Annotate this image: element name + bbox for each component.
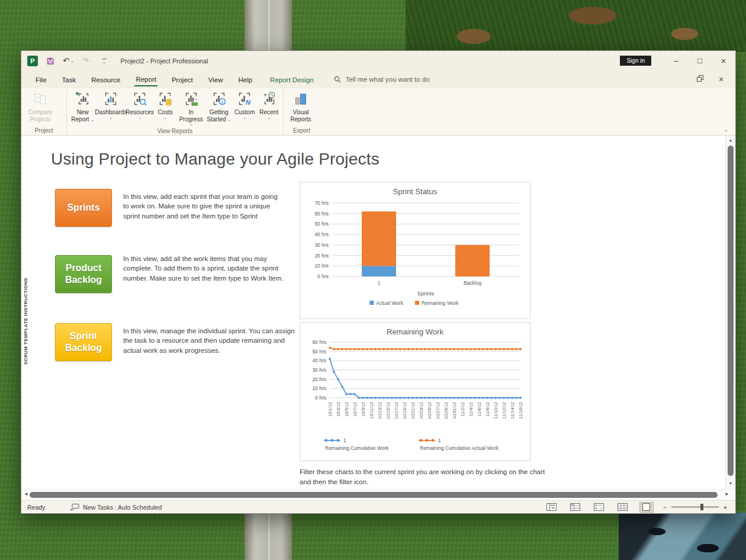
svg-text:70 hrs: 70 hrs xyxy=(314,200,329,206)
sprints-box: Sprints xyxy=(55,189,112,227)
sprint-status-plot: 0 hrs10 hrs20 hrs30 hrs40 hrs50 hrs60 hr… xyxy=(303,198,528,316)
window-title: Project2 - Project Professional xyxy=(121,57,208,65)
group-label-view-reports: View Reports xyxy=(69,126,281,136)
svg-text:1: 1 xyxy=(438,437,441,443)
getting-started-button[interactable]: i Getting Started ⌄ xyxy=(205,90,232,124)
restore-document-button[interactable] xyxy=(692,75,708,83)
sign-in-button[interactable]: Sign in xyxy=(620,56,651,66)
svg-text:N: N xyxy=(246,99,251,106)
tell-me-search[interactable]: Tell me what you want to do xyxy=(334,76,430,83)
resources-button[interactable]: Resources ⌄ xyxy=(126,90,154,124)
dashboards-button[interactable]: Dashboards ⌄ xyxy=(96,90,126,124)
task-usage-view-button[interactable] xyxy=(568,502,583,513)
tab-report[interactable]: Report xyxy=(134,72,157,86)
sprints-description: In this view, add each sprint that your … xyxy=(123,192,284,221)
svg-text:10/7/12: 10/7/12 xyxy=(352,402,358,417)
tab-project[interactable]: Project xyxy=(171,73,194,86)
svg-text:11/2/12: 11/2/12 xyxy=(460,402,465,416)
svg-text:20 hrs: 20 hrs xyxy=(314,253,329,259)
chart-title: Sprint Status xyxy=(300,182,530,196)
svg-text:10/29/12: 10/29/12 xyxy=(443,402,449,419)
undo-button[interactable]: ↶ ⌄ xyxy=(63,56,74,65)
sprint-backlog-box: Sprint Backlog xyxy=(55,323,112,361)
recent-icon xyxy=(261,91,276,108)
product-backlog-box: Product Backlog xyxy=(55,255,112,293)
product-backlog-description: In this view, add all the work items tha… xyxy=(123,254,290,283)
new-report-icon xyxy=(75,91,91,108)
minimize-button[interactable]: – xyxy=(664,51,688,70)
tab-report-design[interactable]: Report Design xyxy=(269,73,315,86)
zoom-in-button[interactable]: + xyxy=(724,504,727,511)
svg-text:10/5/12: 10/5/12 xyxy=(344,402,349,417)
ribbon-tab-bar: File Task Resource Report Project View H… xyxy=(21,70,735,88)
save-button[interactable] xyxy=(46,57,54,65)
vertical-scrollbar[interactable]: ▲ ▼ xyxy=(725,136,735,489)
sprint-status-chart[interactable]: Sprint Status 0 hrs10 hrs20 hrs30 hrs40 … xyxy=(300,182,530,319)
titlebar: P ↶ ⌄ ↷ ⌄ ⌄ Project2 - Proje xyxy=(21,51,735,70)
svg-text:40 hrs: 40 hrs xyxy=(314,231,329,237)
redo-icon: ↷ xyxy=(82,56,89,65)
svg-text:10/3/12: 10/3/12 xyxy=(336,402,341,417)
compare-projects-icon xyxy=(33,91,48,108)
svg-text:11/10/12: 11/10/12 xyxy=(493,402,499,419)
resource-sheet-view-button[interactable] xyxy=(616,502,630,513)
new-tasks-mode[interactable]: New Tasks : Auto Scheduled xyxy=(70,503,162,511)
zoom-slider[interactable]: − + xyxy=(663,504,727,511)
group-label-export: Export xyxy=(286,125,317,135)
tab-task[interactable]: Task xyxy=(61,73,78,86)
compare-projects-button[interactable]: Compare Projects xyxy=(24,90,57,124)
scroll-right-icon[interactable]: ► xyxy=(725,491,729,497)
zoom-track[interactable] xyxy=(671,506,719,508)
scroll-up-icon[interactable]: ▲ xyxy=(726,138,735,142)
remaining-work-plot: 0 hrs10 hrs20 hrs30 hrs40 hrs50 hrs60 hr… xyxy=(303,339,528,457)
svg-text:50 hrs: 50 hrs xyxy=(312,349,326,355)
tab-resource[interactable]: Resource xyxy=(90,73,121,86)
horizontal-scrollbar[interactable]: ◄ ► xyxy=(21,489,735,500)
svg-text:10/11/12: 10/11/12 xyxy=(369,402,374,419)
dropdown-icon: ⌄ xyxy=(227,118,231,122)
svg-text:10/23/12: 10/23/12 xyxy=(419,402,424,419)
svg-text:10/9/12: 10/9/12 xyxy=(361,402,366,417)
svg-text:40 hrs: 40 hrs xyxy=(312,358,326,363)
maximize-button[interactable]: □ xyxy=(688,51,712,70)
tab-view[interactable]: View xyxy=(207,73,224,86)
gantt-chart-view-button[interactable] xyxy=(545,502,559,513)
ribbon-group-view-reports: New Report ⌄ Dashboards ⌄ xyxy=(66,88,283,135)
app-icon: P xyxy=(27,56,38,66)
in-progress-icon xyxy=(184,91,199,108)
horizontal-scroll-thumb[interactable] xyxy=(30,492,718,498)
new-report-button[interactable]: New Report ⌄ xyxy=(69,90,96,124)
report-view-button[interactable] xyxy=(639,502,654,513)
customize-qat-button[interactable]: ⌄ xyxy=(102,59,107,63)
svg-text:1: 1 xyxy=(343,437,346,443)
visual-reports-button[interactable]: Visual Reports xyxy=(286,90,316,124)
close-document-button[interactable]: × xyxy=(713,75,729,84)
svg-text:1: 1 xyxy=(378,280,381,286)
custom-button[interactable]: N Custom ⌄ xyxy=(232,90,257,124)
zoom-thumb[interactable] xyxy=(700,504,703,510)
tab-file[interactable]: File xyxy=(34,73,48,86)
vertical-scroll-thumb[interactable] xyxy=(728,146,734,476)
scroll-down-icon[interactable]: ▼ xyxy=(726,481,735,485)
zoom-out-button[interactable]: − xyxy=(663,504,667,511)
dropdown-icon: ⌄ xyxy=(243,116,246,120)
tab-help[interactable]: Help xyxy=(237,73,253,86)
scroll-left-icon[interactable]: ◄ xyxy=(24,491,28,497)
svg-text:11/4/12: 11/4/12 xyxy=(468,402,474,416)
svg-text:Remaining Work: Remaining Work xyxy=(422,300,459,306)
remaining-work-chart[interactable]: Remaining Work 0 hrs10 hrs20 hrs30 hrs40… xyxy=(300,322,530,461)
search-placeholder: Tell me what you want to do xyxy=(346,76,430,83)
undo-dropdown-icon[interactable]: ⌄ xyxy=(70,59,74,63)
recent-button[interactable]: Recent ⌄ xyxy=(257,90,281,124)
in-progress-button[interactable]: In Progress ⌄ xyxy=(176,90,205,126)
collapse-ribbon-icon[interactable]: ⌄ xyxy=(724,127,728,133)
svg-text:60 hrs: 60 hrs xyxy=(314,211,329,217)
restore-icon xyxy=(697,75,703,82)
ribbon: Compare Projects Project New Report ⌄ xyxy=(21,88,735,136)
costs-button[interactable]: Costs ⌄ xyxy=(154,90,176,124)
team-planner-view-button[interactable] xyxy=(592,502,606,513)
redo-button[interactable]: ↷ ⌄ xyxy=(82,56,94,65)
svg-text:11/8/12: 11/8/12 xyxy=(485,402,490,416)
svg-text:0 hrs: 0 hrs xyxy=(317,273,329,279)
close-button[interactable]: × xyxy=(712,51,735,70)
